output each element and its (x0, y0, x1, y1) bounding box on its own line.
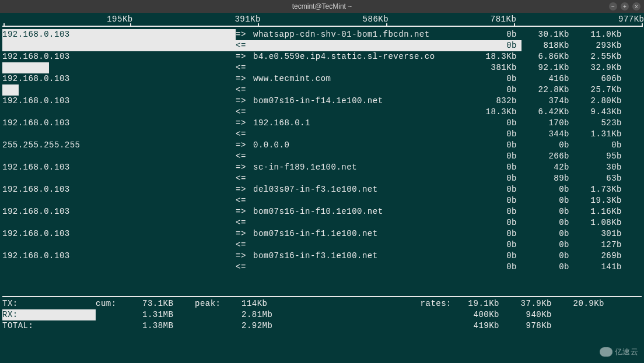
connection-tx-row: 192.168.0.103=>b4.e0.559e.ip4.static.sl-… (2, 51, 642, 62)
tx-rate: 0b (469, 251, 522, 262)
tx-rate: 0b (469, 206, 522, 217)
connection-tx-row: 255.255.255.255=>0.0.0.00b0b0b (2, 140, 642, 151)
source-host: 192.168.0.103 (2, 184, 236, 195)
source-host-blank (2, 151, 236, 162)
source-host-blank (2, 262, 236, 273)
cum-label: cum: (96, 298, 142, 309)
terminal-body[interactable]: 195Kb391Kb586Kb781Kb977Kb 192.168.0.103=… (0, 13, 644, 363)
rx-rate: 818Kb (522, 40, 574, 51)
scale-tick: 391Kb (235, 14, 261, 25)
connection-rx-row: <=0b89b63b (2, 173, 642, 184)
rx-rate: 381Kb (469, 62, 522, 73)
rx-arrow: <= (236, 173, 253, 184)
rx-rate: 0b (469, 262, 522, 273)
minimize-icon[interactable]: − (609, 2, 617, 10)
dest-blank (253, 217, 469, 228)
tx-rate: 0b (469, 73, 522, 84)
rx-rate-1: 400Kb (452, 309, 504, 320)
source-host: 192.168.0.103 (2, 228, 236, 239)
dest-host: 192.168.0.1 (253, 118, 469, 129)
window-title: tecmint@TecMint ~ (292, 2, 352, 10)
tx-rate: 0b (469, 184, 522, 195)
dest-blank (253, 84, 469, 96)
connection-rx-row: <=18.3Kb6.42Kb9.43Kb (2, 107, 642, 118)
rx-rate: 0b (522, 239, 574, 251)
scale-tick: 195Kb (107, 14, 133, 25)
stats-rx: RX: 1.31MB 2.81Mb 400Kb 940Kb (2, 309, 642, 320)
source-host: 192.168.0.103 (2, 51, 236, 62)
tx-rate: 832b (469, 96, 522, 107)
dest-host: bom07s16-in-f10.1e100.net (253, 206, 469, 217)
tx-rate: 2.55Kb (574, 51, 626, 62)
source-host: 192.168.0.103 (2, 73, 236, 84)
tx-rate-2: 37.9Kb (504, 298, 556, 309)
rx-rate: 92.1Kb (522, 62, 574, 73)
scale-tick: 977Kb (618, 14, 644, 25)
tx-rate: 30b (574, 162, 626, 173)
terminal-window: tecmint@TecMint ~ − + × 195Kb391Kb586Kb7… (0, 0, 644, 363)
rx-rate: 0b (469, 84, 522, 96)
tx-arrow: => (236, 73, 253, 84)
total-rate-1: 419Kb (452, 320, 504, 332)
tx-peak: 114Kb (242, 298, 312, 309)
connection-rx-row: <=0b0b19.3Kb (2, 195, 642, 206)
rx-rate: 293Kb (574, 40, 626, 51)
connection-tx-row: 192.168.0.103=>www.tecmint.com0b416b606b (2, 73, 642, 84)
connection-tx-row: 192.168.0.103=>bom07s16-in-f3.1e100.net0… (2, 251, 642, 262)
watermark-text: 亿速云 (615, 346, 639, 357)
tx-arrow: => (236, 118, 253, 129)
dest-host: 0.0.0.0 (253, 140, 469, 151)
rx-rate: 1.31Kb (574, 129, 626, 140)
close-icon[interactable]: × (632, 2, 640, 10)
tx-rate: 0b (469, 228, 522, 239)
stats-footer: TX: cum: 73.1KB peak: 114Kb rates: 19.1K… (2, 298, 642, 332)
total-rate-2: 978Kb (504, 320, 556, 332)
source-host-blank (2, 107, 236, 118)
connection-tx-row: 192.168.0.103=>whatsapp-cdn-shv-01-bom1.… (2, 29, 642, 40)
rx-arrow: <= (236, 40, 253, 51)
source-host: 192.168.0.103 (2, 162, 236, 173)
rx-arrow: <= (236, 62, 253, 73)
source-host-blank (2, 195, 236, 206)
dest-blank (253, 107, 469, 118)
tx-rate: 6.86Kb (522, 51, 574, 62)
tx-arrow: => (236, 51, 253, 62)
dest-blank (253, 239, 469, 251)
rx-arrow: <= (236, 129, 253, 140)
rx-arrow: <= (236, 262, 253, 273)
window-controls: − + × (609, 2, 640, 10)
maximize-icon[interactable]: + (621, 2, 629, 10)
scale-tick: 781Kb (491, 14, 517, 25)
tx-rate: 0b (574, 140, 626, 151)
rx-rate: 32.9Kb (574, 62, 626, 73)
rx-arrow: <= (236, 151, 253, 162)
tx-rate-3: 20.9Kb (556, 298, 609, 309)
total-peak: 2.92Mb (242, 320, 312, 332)
connection-list: 192.168.0.103=>whatsapp-cdn-shv-01-bom1.… (2, 29, 642, 273)
tx-rate: 0b (469, 29, 522, 40)
source-host: 192.168.0.103 (2, 206, 236, 217)
rx-rate: 0b (469, 239, 522, 251)
source-host: 192.168.0.103 (2, 251, 236, 262)
rx-rate: 6.42Kb (522, 107, 574, 118)
tx-rate: 606b (574, 73, 626, 84)
connection-rx-row: <=0b22.8Kb25.7Kb (2, 84, 642, 96)
tx-rate: 523b (574, 118, 626, 129)
tx-rate: 0b (522, 251, 574, 262)
tx-rate: 0b (469, 140, 522, 151)
dest-host: bom07s16-in-f3.1e100.net (253, 251, 469, 262)
titlebar: tecmint@TecMint ~ − + × (0, 0, 644, 13)
tx-arrow: => (236, 29, 253, 40)
tx-rate: 0b (522, 228, 574, 239)
rx-rate: 9.43Kb (574, 107, 626, 118)
rx-peak: 2.81Mb (242, 309, 312, 320)
dest-blank (253, 151, 469, 162)
source-host: 192.168.0.103 (2, 96, 236, 107)
bandwidth-scale: 195Kb391Kb586Kb781Kb977Kb (2, 14, 642, 27)
rx-rate: 0b (469, 173, 522, 184)
rx-rate: 1.08Kb (574, 217, 626, 228)
connection-tx-row: 192.168.0.103=>192.168.0.10b170b523b (2, 118, 642, 129)
tx-rate: 301b (574, 228, 626, 239)
rx-rate: 0b (469, 217, 522, 228)
stats-tx: TX: cum: 73.1KB peak: 114Kb rates: 19.1K… (2, 298, 642, 309)
